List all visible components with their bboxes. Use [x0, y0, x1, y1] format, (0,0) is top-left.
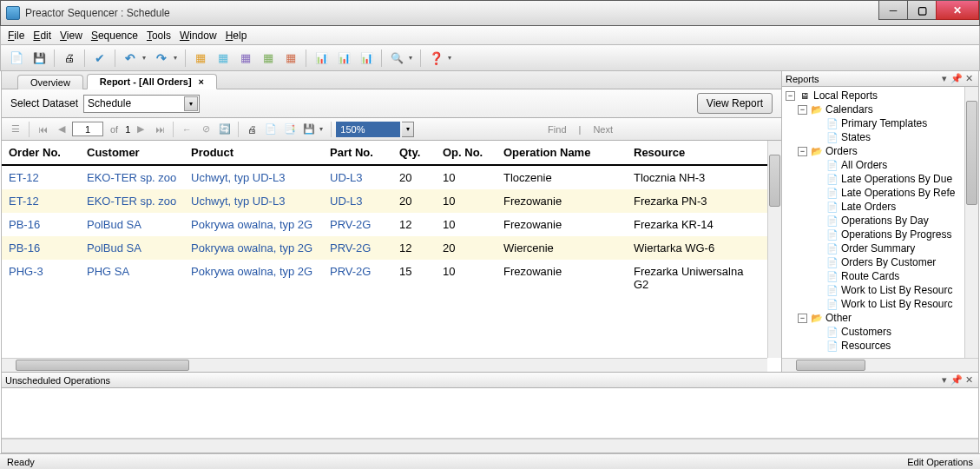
- tree-item[interactable]: Operations By Progress: [841, 228, 951, 241]
- tree-item[interactable]: All Orders: [841, 159, 887, 171]
- print-icon[interactable]: [59, 48, 80, 69]
- customer-link[interactable]: EKO-TER sp. zoo: [87, 195, 176, 208]
- menu-help[interactable]: Help: [226, 30, 247, 42]
- tree-item[interactable]: Operations By Day: [841, 215, 929, 227]
- view-grid2-icon[interactable]: [213, 48, 233, 69]
- view-grid4-icon[interactable]: [258, 48, 279, 69]
- redo-dropdown[interactable]: ▾: [174, 54, 181, 62]
- tree-item[interactable]: Work to List By Resourc: [841, 298, 952, 310]
- order-link[interactable]: PB-16: [9, 241, 40, 254]
- order-link[interactable]: ET-12: [9, 171, 39, 184]
- maximize-button[interactable]: ▢: [907, 1, 937, 20]
- chevron-down-icon[interactable]: ▾: [184, 96, 198, 111]
- product-link[interactable]: Pokrywa owalna, typ 2G: [191, 218, 312, 231]
- last-page-icon[interactable]: ⏭: [151, 121, 168, 138]
- view-grid3-icon[interactable]: [235, 48, 256, 69]
- close-button[interactable]: ✕: [936, 1, 979, 20]
- tree-vscroll[interactable]: [964, 87, 978, 358]
- tree-hscroll[interactable]: [782, 358, 978, 372]
- dataset-combo[interactable]: Schedule ▾: [83, 95, 200, 113]
- tree-item[interactable]: Order Summary: [841, 242, 915, 254]
- table-row[interactable]: PHG-3PHG SAPokrywa owalna, typ 2GPRV-2G1…: [2, 260, 767, 296]
- customer-link[interactable]: PolBud SA: [87, 241, 141, 254]
- expander-icon[interactable]: −: [798, 314, 807, 323]
- tab-overview[interactable]: Overview: [17, 75, 83, 89]
- tree-toggle-icon[interactable]: ☰: [7, 121, 24, 138]
- chart2-icon[interactable]: [333, 48, 354, 69]
- next-label[interactable]: Next: [593, 124, 613, 135]
- tab-report[interactable]: Report - [All Orders]×: [87, 74, 217, 89]
- find-dropdown[interactable]: ▾: [409, 54, 416, 62]
- page-input[interactable]: [72, 122, 103, 136]
- report-hscroll[interactable]: [2, 358, 767, 372]
- zoom-input[interactable]: [336, 122, 400, 137]
- tab-close-icon[interactable]: ×: [199, 76, 204, 87]
- page-setup-icon[interactable]: 📑: [281, 121, 299, 138]
- report-vscroll[interactable]: [767, 141, 781, 358]
- menu-edit[interactable]: Edit: [33, 30, 51, 42]
- view-grid1-icon[interactable]: [190, 48, 211, 69]
- tree-item[interactable]: Resources: [841, 340, 891, 352]
- product-link[interactable]: Uchwyt, typ UD-L3: [191, 171, 285, 184]
- tree-item[interactable]: States: [841, 131, 871, 143]
- tree-orders[interactable]: Orders: [825, 145, 858, 157]
- check-icon[interactable]: [89, 48, 110, 69]
- table-row[interactable]: ET-12EKO-TER sp. zooUchwyt, typ UD-L3UD-…: [2, 165, 767, 189]
- stop-icon[interactable]: ⊘: [197, 121, 214, 138]
- zoom-dropdown[interactable]: ▾: [402, 122, 414, 137]
- view-report-button[interactable]: View Report: [697, 93, 773, 114]
- next-page-icon[interactable]: ▶: [132, 121, 149, 138]
- expander-icon[interactable]: −: [798, 147, 807, 156]
- part-link[interactable]: UD-L3: [330, 171, 363, 184]
- unscheduled-hscroll[interactable]: [2, 439, 978, 452]
- first-page-icon[interactable]: ⏮: [34, 121, 51, 138]
- part-link[interactable]: UD-L3: [330, 195, 363, 208]
- product-link[interactable]: Pokrywa owalna, typ 2G: [191, 241, 312, 254]
- refresh-icon[interactable]: 🔄: [216, 121, 233, 138]
- expander-icon[interactable]: −: [798, 105, 807, 115]
- menu-view[interactable]: View: [60, 30, 82, 42]
- minimize-button[interactable]: ─: [878, 1, 908, 20]
- tree-item[interactable]: Work to List By Resourc: [841, 284, 952, 296]
- panel-close-icon[interactable]: ✕: [963, 374, 975, 386]
- table-row[interactable]: PB-16PolBud SAPokrywa owalna, typ 2GPRV-…: [2, 213, 767, 236]
- layout-icon[interactable]: 📄: [262, 121, 280, 138]
- tree-item[interactable]: Customers: [841, 326, 891, 338]
- tree-item[interactable]: Late Operations By Due: [841, 173, 952, 185]
- chart1-icon[interactable]: [311, 48, 332, 69]
- undo-icon[interactable]: [120, 48, 141, 69]
- order-link[interactable]: PHG-3: [9, 265, 43, 278]
- prev-page-icon[interactable]: ◀: [53, 121, 70, 138]
- panel-pin-icon[interactable]: 📌: [950, 73, 963, 84]
- tree-item[interactable]: Route Cards: [841, 270, 899, 282]
- export-dropdown[interactable]: ▾: [319, 125, 326, 133]
- find-label[interactable]: Find: [548, 124, 566, 135]
- back-icon[interactable]: ←: [178, 121, 195, 138]
- table-row[interactable]: ET-12EKO-TER sp. zooUchwyt, typ UD-L3UD-…: [2, 189, 767, 213]
- panel-close-icon[interactable]: ✕: [963, 73, 975, 84]
- new-icon[interactable]: [6, 48, 27, 69]
- redo-icon[interactable]: [151, 48, 172, 69]
- order-link[interactable]: PB-16: [9, 218, 40, 231]
- help-dropdown[interactable]: ▾: [448, 54, 455, 62]
- expander-icon[interactable]: −: [786, 91, 795, 101]
- customer-link[interactable]: EKO-TER sp. zoo: [87, 171, 176, 184]
- menu-tools[interactable]: Tools: [147, 30, 171, 42]
- export-icon[interactable]: 💾: [300, 121, 318, 138]
- tree-other[interactable]: Other: [825, 312, 852, 324]
- save-icon[interactable]: [29, 48, 49, 69]
- tree-calendars[interactable]: Calendars: [825, 103, 873, 116]
- tree-item[interactable]: Late Operations By Refe: [841, 187, 955, 199]
- panel-dropdown-icon[interactable]: ▾: [938, 374, 950, 386]
- help-icon[interactable]: [425, 48, 446, 69]
- tree-item[interactable]: Orders By Customer: [841, 256, 936, 268]
- table-row[interactable]: PB-16PolBud SAPokrywa owalna, typ 2GPRV-…: [2, 236, 767, 260]
- tree-item[interactable]: Late Orders: [841, 201, 896, 213]
- product-link[interactable]: Uchwyt, typ UD-L3: [191, 195, 285, 208]
- undo-dropdown[interactable]: ▾: [142, 54, 149, 62]
- panel-pin-icon[interactable]: 📌: [950, 374, 963, 386]
- tree-item[interactable]: Primary Templates: [841, 117, 927, 129]
- customer-link[interactable]: PolBud SA: [87, 218, 141, 231]
- part-link[interactable]: PRV-2G: [330, 241, 371, 254]
- part-link[interactable]: PRV-2G: [330, 218, 371, 231]
